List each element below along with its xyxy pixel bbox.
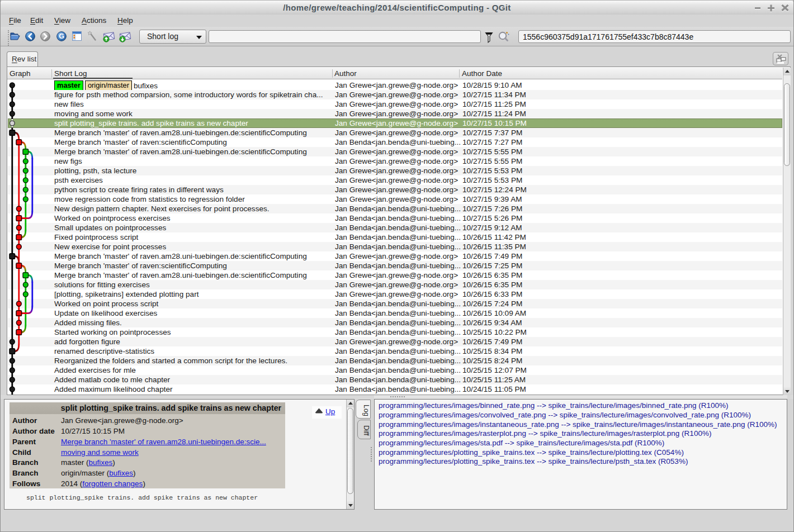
svg-text:G: G	[59, 32, 64, 40]
